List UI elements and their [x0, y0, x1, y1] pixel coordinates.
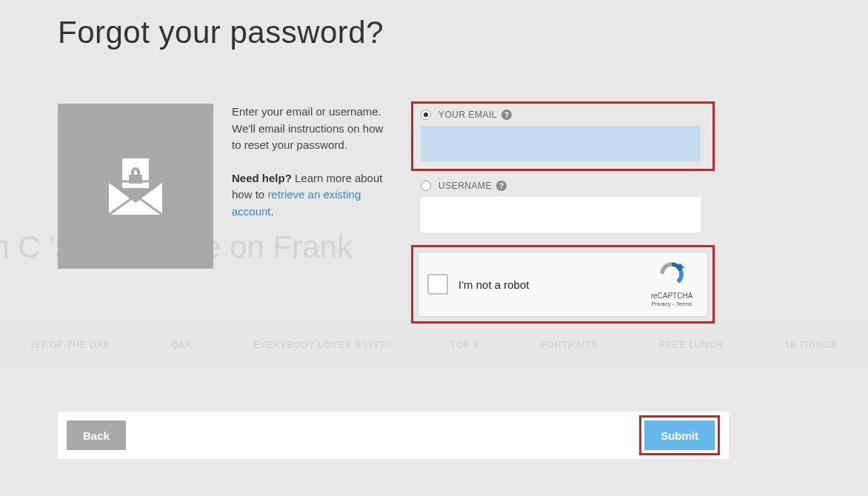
- username-radio[interactable]: [421, 181, 431, 191]
- email-field-group: YOUR EMAIL ?: [411, 101, 715, 171]
- recaptcha-group: I'm not a robot reCAPTCHA Privacy - Term…: [411, 245, 715, 324]
- email-label: YOUR EMAIL: [438, 110, 497, 120]
- nav-item: Q&A: [171, 340, 192, 350]
- lock-envelope-icon: [99, 148, 173, 225]
- footer-bar: Back Submit: [58, 412, 729, 459]
- page-title: Forgot your password?: [58, 15, 384, 50]
- recaptcha-privacy[interactable]: Privacy: [652, 301, 671, 307]
- nav-item: FREE LUNCH: [659, 340, 724, 350]
- help-prefix: Need help?: [232, 172, 292, 184]
- recaptcha-terms[interactable]: Terms: [676, 301, 692, 307]
- recaptcha-brand: reCAPTCHA: [645, 292, 698, 300]
- submit-highlight: Submit: [639, 415, 720, 455]
- username-field-group: USERNAME ?: [411, 172, 715, 242]
- background-nav: IST OF THE DAY Q&A EVERYBODY LOVES A LIS…: [0, 318, 868, 372]
- email-radio[interactable]: [421, 110, 431, 120]
- recaptcha-checkbox[interactable]: [427, 274, 448, 295]
- nav-item: TOP 8: [450, 340, 479, 350]
- recaptcha-logo: reCAPTCHA Privacy - Terms: [645, 260, 698, 307]
- form-area: YOUR EMAIL ? USERNAME ? I'm not a robot …: [411, 101, 715, 324]
- instructions-help: Need help? Learn more about how to retri…: [232, 170, 393, 221]
- lock-envelope-icon-box: [58, 104, 213, 269]
- username-input[interactable]: [421, 197, 701, 232]
- recaptcha-text: I'm not a robot: [458, 278, 529, 291]
- submit-button[interactable]: Submit: [644, 420, 715, 450]
- nav-item: EVERYBODY LOVES A LIST!: [253, 340, 389, 350]
- instructions-block: Enter your email or username. We'll emai…: [232, 104, 393, 269]
- back-button[interactable]: Back: [67, 420, 126, 450]
- period: .: [271, 205, 274, 218]
- help-icon[interactable]: ?: [496, 181, 507, 191]
- username-label: USERNAME: [438, 181, 492, 191]
- nav-item: PORTRAITS: [541, 340, 598, 350]
- instructions-main: Enter your email or username. We'll emai…: [232, 104, 393, 154]
- recaptcha-box: I'm not a robot reCAPTCHA Privacy - Term…: [418, 252, 708, 317]
- nav-item: IST OF THE DAY: [30, 340, 110, 350]
- nav-item: 10 THINGS: [785, 340, 838, 350]
- email-input[interactable]: [421, 126, 701, 161]
- help-icon[interactable]: ?: [501, 110, 512, 120]
